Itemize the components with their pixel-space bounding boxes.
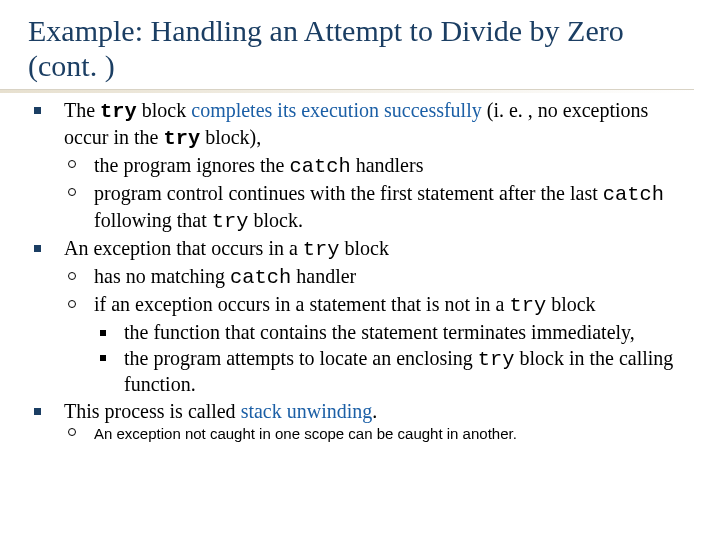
text: following that xyxy=(94,209,212,231)
text: handlers xyxy=(351,154,424,176)
code-try: try xyxy=(303,238,340,261)
text: if an exception occurs in a statement th… xyxy=(94,293,509,315)
bullet-3: This process is called stack unwinding. … xyxy=(30,399,690,444)
title-divider xyxy=(0,89,694,90)
text: block xyxy=(340,237,389,259)
text: The xyxy=(64,99,100,121)
bullet-2-sub-1: has no matching catch handler xyxy=(64,264,690,291)
text: An exception not caught in one scope can… xyxy=(94,425,517,442)
text: This process is called xyxy=(64,400,241,422)
code-try: try xyxy=(163,127,200,150)
text: . xyxy=(372,400,377,422)
code-try: try xyxy=(212,210,249,233)
bullet-2-sub-2-b: the program attempts to locate an enclos… xyxy=(94,346,690,397)
slide: Example: Handling an Attempt to Divide b… xyxy=(0,0,720,540)
bullet-2: An exception that occurs in a try block … xyxy=(30,236,690,396)
text: has no matching xyxy=(94,265,230,287)
text: handler xyxy=(291,265,356,287)
code-try: try xyxy=(509,294,546,317)
bullet-1-sub-2: program control continues with the first… xyxy=(64,181,690,235)
text: block. xyxy=(248,209,302,231)
code-catch: catch xyxy=(290,155,351,178)
text: An exception that occurs in a xyxy=(64,237,303,259)
bullet-3-note: An exception not caught in one scope can… xyxy=(64,424,690,444)
bullet-2-sub-2-a: the function that contains the statement… xyxy=(94,320,690,344)
code-try: try xyxy=(478,348,515,371)
highlight: stack unwinding xyxy=(241,400,373,422)
slide-body: The try block completes its execution su… xyxy=(0,90,720,444)
text: program control continues with the first… xyxy=(94,182,603,204)
text: the program attempts to locate an enclos… xyxy=(124,347,478,369)
text: block xyxy=(546,293,595,315)
text: the function that contains the statement… xyxy=(124,321,635,343)
bullet-2-sub-2: if an exception occurs in a statement th… xyxy=(64,292,690,397)
text: block), xyxy=(200,126,261,148)
bullet-1: The try block completes its execution su… xyxy=(30,98,690,234)
highlight: completes its execution successfully xyxy=(191,99,481,121)
text: the program ignores the xyxy=(94,154,290,176)
text: block xyxy=(137,99,191,121)
code-catch: catch xyxy=(603,183,664,206)
slide-title: Example: Handling an Attempt to Divide b… xyxy=(0,0,720,89)
code-catch: catch xyxy=(230,266,291,289)
bullet-1-sub-1: the program ignores the catch handlers xyxy=(64,153,690,180)
code-try: try xyxy=(100,100,137,123)
